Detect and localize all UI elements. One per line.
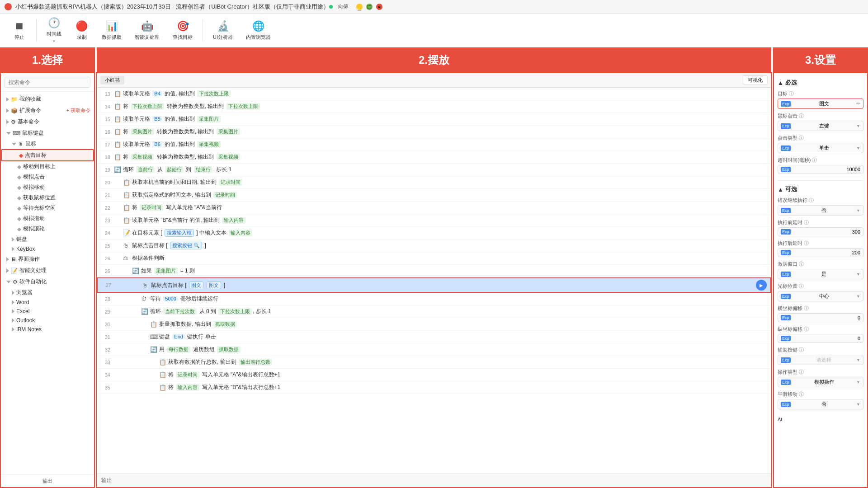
timeout-input[interactable]: Exp 10000 <box>778 165 863 174</box>
sidebar-item-basic[interactable]: ⚙ 基本命令 <box>1 116 94 127</box>
expand-arrow-software-auto <box>6 281 11 283</box>
offset-y-info[interactable]: ⓘ <box>804 326 809 333</box>
close-button[interactable]: × <box>376 4 382 10</box>
extensions-label: 扩展命令 <box>19 107 41 114</box>
exp-badge-aw: Exp <box>781 272 791 277</box>
assist-key-select[interactable]: Exp 请选择 ▼ <box>778 355 863 365</box>
exec-delay1-input[interactable]: Exp 300 <box>778 227 863 236</box>
exec-delay1-info[interactable]: ⓘ <box>804 219 809 226</box>
sidebar-item-software-auto[interactable]: ⚙ 软件自动化 <box>1 276 94 287</box>
get-extensions-btn[interactable]: + 获取命令 <box>66 107 90 114</box>
sidebar-item-keyboard[interactable]: 键盘 <box>1 234 94 244</box>
row-icon-26a: ⚖ <box>123 255 132 262</box>
sidebar-item-mouse-keyboard[interactable]: ⌨ 鼠标键盘 <box>1 127 94 139</box>
activate-window-label: 激活窗口 ⓘ <box>778 261 863 267</box>
flow-row-22: 22 📋 将 记录时间 写入单元格 "A"&当前行 <box>97 202 771 214</box>
sidebar-item-simulate-move[interactable]: ◆ 模拟移动 <box>1 182 94 192</box>
continue-on-error-info[interactable]: ⓘ <box>809 197 814 204</box>
exec-delay2-input[interactable]: Exp 200 <box>778 248 863 257</box>
expand-arrow-ibm-notes <box>12 327 14 332</box>
activate-window-info[interactable]: ⓘ <box>799 261 804 267</box>
sidebar-item-keybox[interactable]: KeyBox <box>1 244 94 253</box>
left-panel: 📁 我的收藏 📦 扩展命令 + 获取命令 ⚙ 基本命令 ⌨ 鼠标键盘 <box>0 72 95 488</box>
data-capture-icon: 📊 <box>106 20 118 32</box>
expand-arrow-mouse <box>12 143 16 145</box>
timeout-label: 超时时间(毫秒) ⓘ <box>778 157 863 164</box>
op-type-select[interactable]: Exp 模拟操作 ▼ <box>778 377 863 387</box>
smooth-move-text: 平滑移动 <box>778 391 797 398</box>
minimize-button[interactable]: _ <box>356 4 363 10</box>
collapse-optional-icon: ▲ <box>778 186 783 193</box>
exec-delay2-info[interactable]: ⓘ <box>804 240 809 247</box>
timeline-icon: 🕐 <box>48 17 60 29</box>
click-type-arrow: ▼ <box>856 146 860 150</box>
sidebar-item-excel[interactable]: Excel <box>1 307 94 316</box>
data-capture-button[interactable]: 📊 数据抓取 <box>96 18 127 43</box>
search-input[interactable] <box>5 77 90 88</box>
click-type-select[interactable]: Exp 单击 ▼ <box>778 143 863 153</box>
flow-row-32: 32 🔄 用 每行数据 遍历数组 抓取数据 <box>97 343 771 356</box>
keyboard-label: 键盘 <box>16 235 27 243</box>
target-edit-icon[interactable]: ✏ <box>856 101 860 107</box>
offset-x-text: 横坐标偏移 <box>778 305 802 312</box>
ui-analyzer-button[interactable]: 🔬 UI分析器 <box>208 18 238 43</box>
center-tab[interactable]: 小红书 <box>100 76 124 84</box>
click-type-info-icon[interactable]: ⓘ <box>799 135 804 141</box>
record-button[interactable]: 🔴 录制 <box>69 18 94 43</box>
sidebar-item-move-to-target[interactable]: ◆ 移动到目标上 <box>1 161 94 172</box>
activate-window-select[interactable]: Exp 是 ▼ <box>778 269 863 279</box>
stop-button[interactable]: ⏹ 停止 <box>7 18 32 43</box>
smooth-move-info[interactable]: ⓘ <box>799 391 804 398</box>
sidebar-item-ibm-notes[interactable]: IBM Notes <box>1 325 94 334</box>
ai-text-button[interactable]: 🤖 智能文处理 <box>129 18 165 43</box>
mouse-click-select[interactable]: Exp 左键 ▼ <box>778 121 863 131</box>
sidebar-item-wait-cursor[interactable]: ◆ 等待光标空闲 <box>1 203 94 213</box>
sidebar-item-ui-op[interactable]: 🖥 界面操作 <box>1 253 94 265</box>
sidebar-item-smart-text[interactable]: 📝 智能文处理 <box>1 265 94 276</box>
row-icon-18: 📋 <box>114 154 123 160</box>
word-label: Word <box>16 299 29 305</box>
sidebar-item-mouse[interactable]: 🖱 鼠标 <box>1 139 94 149</box>
sidebar-item-browser[interactable]: 浏览器 <box>1 287 94 298</box>
simulate-move-label: 模拟移动 <box>23 183 45 191</box>
target-info-icon[interactable]: ⓘ <box>789 90 794 97</box>
assist-key-placeholder: 请选择 <box>816 357 831 363</box>
continue-on-error-label: 错误继续执行 ⓘ <box>778 197 863 204</box>
sidebar-item-simulate-drag[interactable]: ◆ 模拟拖动 <box>1 213 94 224</box>
cursor-pos-info[interactable]: ⓘ <box>799 283 804 290</box>
play-button-27[interactable]: ▶ <box>756 280 767 291</box>
find-target-button[interactable]: 🎯 查找目标 <box>167 18 198 43</box>
offset-x-input[interactable]: Exp 0 <box>778 313 863 322</box>
maximize-button[interactable]: □ <box>366 4 373 10</box>
sidebar-item-get-mouse-pos[interactable]: ◆ 获取鼠标位置 <box>1 192 94 203</box>
continue-on-error-select[interactable]: Exp 否 ▼ <box>778 205 863 216</box>
smooth-move-select[interactable]: Exp 否 ▼ <box>778 399 863 409</box>
flow-row-20: 20 📋 获取本机当前的时间和日期, 输出到 记录时间 <box>97 176 771 189</box>
ui-op-label: 界面操作 <box>18 255 40 263</box>
offset-x-info[interactable]: ⓘ <box>804 305 809 312</box>
sidebar-item-favorites[interactable]: 📁 我的收藏 <box>1 94 94 105</box>
flow-row-27: 27 🖱 鼠标点击目标 [ 图文 图文 ] ▶ <box>97 277 771 293</box>
sidebar-item-simulate-scroll[interactable]: ◆ 模拟滚轮 <box>1 224 94 234</box>
visibility-button[interactable]: 可视化 <box>743 75 768 85</box>
cursor-pos-select[interactable]: Exp 中心 ▼ <box>778 291 863 301</box>
offset-y-input[interactable]: Exp 0 <box>778 334 863 343</box>
sidebar-item-word[interactable]: Word <box>1 298 94 307</box>
flow-row-21: 21 📋 获取指定格式的时间文本, 输出到 记录时间 <box>97 189 771 202</box>
builtin-browser-button[interactable]: 🌐 内置浏览器 <box>241 18 276 43</box>
output-bottom-label: 输出 <box>101 477 112 484</box>
sidebar-item-extensions[interactable]: 📦 扩展命令 + 获取命令 <box>1 105 94 116</box>
timeline-button[interactable]: 🕐 时间线 <box>41 15 67 46</box>
center-panel: 小红书 可视化 13 📋 读取单元格 B4 的值, 输出到 下拉次数上限 14 … <box>96 72 772 488</box>
op-type-info[interactable]: ⓘ <box>799 369 804 375</box>
sidebar-item-click-target[interactable]: ◆ 点击目标 <box>1 149 94 161</box>
target-input[interactable]: Exp 图文 ✏ <box>778 99 863 109</box>
timeout-info-icon[interactable]: ⓘ <box>812 157 817 164</box>
sidebar-item-outlook[interactable]: Outlook <box>1 316 94 325</box>
sidebar-item-simulate-click[interactable]: ◆ 模拟点击 <box>1 172 94 182</box>
smooth-move-label: 平滑移动 ⓘ <box>778 391 863 398</box>
row-icon-30: 📋 <box>150 321 159 328</box>
expand-arrow-ui-op <box>6 257 9 262</box>
mouse-click-info-icon[interactable]: ⓘ <box>799 113 804 119</box>
assist-key-info[interactable]: ⓘ <box>799 347 804 353</box>
